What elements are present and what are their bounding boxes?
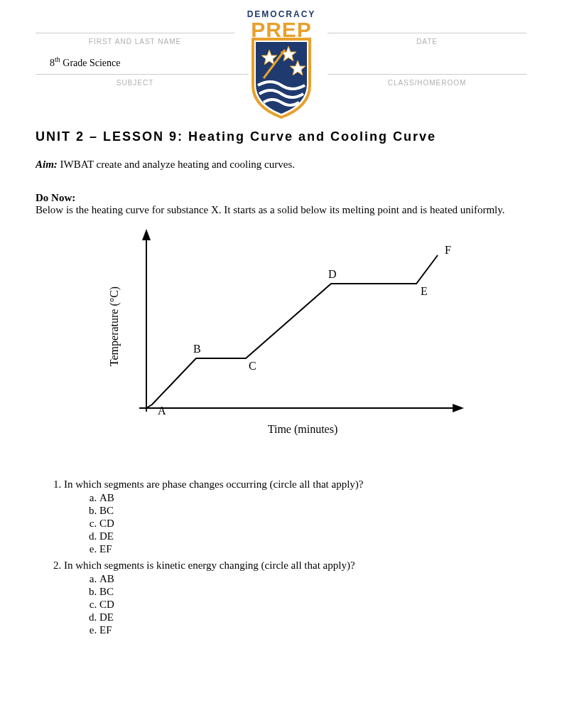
do-now-label: Do Now: bbox=[36, 192, 75, 203]
name-field[interactable] bbox=[36, 14, 234, 33]
question-text: In which segments is kinetic energy chan… bbox=[64, 560, 355, 571]
chart-point-label-E: E bbox=[421, 285, 428, 297]
aim-line: Aim: IWBAT create and analyze heating an… bbox=[36, 159, 526, 171]
heating-curve-line bbox=[146, 255, 438, 408]
homeroom-field[interactable] bbox=[328, 55, 526, 75]
lesson-title: UNIT 2 – LESSON 9: Heating Curve and Coo… bbox=[36, 129, 526, 144]
date-field[interactable] bbox=[328, 14, 526, 33]
heating-curve-chart: Temperature (°C) Time (minutes) ABCDEF bbox=[36, 227, 526, 443]
question-2-option-b[interactable]: BC bbox=[99, 586, 526, 598]
worksheet-header: FIRST AND LAST NAME DATE 8th Grade Scien… bbox=[36, 0, 526, 87]
question-text: In which segments are phase changes occu… bbox=[64, 478, 364, 490]
question-2-option-e[interactable]: EF bbox=[99, 624, 526, 636]
chart-point-label-D: D bbox=[328, 268, 337, 280]
question-1-option-b[interactable]: BC bbox=[99, 505, 526, 517]
chart-point-label-B: B bbox=[193, 343, 201, 355]
name-label: FIRST AND LAST NAME bbox=[36, 38, 234, 46]
chart-point-label-F: F bbox=[445, 244, 451, 256]
question-1-option-c[interactable]: CD bbox=[99, 518, 526, 530]
question-1: In which segments are phase changes occu… bbox=[64, 478, 526, 555]
question-2-option-d[interactable]: DE bbox=[99, 611, 526, 623]
aim-label: Aim: bbox=[36, 159, 58, 170]
question-1-option-d[interactable]: DE bbox=[99, 530, 526, 542]
date-label: DATE bbox=[328, 38, 526, 46]
homeroom-label: CLASS/HOMEROOM bbox=[328, 79, 526, 87]
chart-point-label-C: C bbox=[249, 360, 256, 372]
do-now-section: Do Now: Below is the heating curve for s… bbox=[36, 192, 526, 216]
x-axis-label: Time (minutes) bbox=[267, 423, 337, 436]
question-1-option-a[interactable]: AB bbox=[99, 492, 526, 504]
questions-section: In which segments are phase changes occu… bbox=[36, 478, 526, 636]
y-axis-label: Temperature (°C) bbox=[108, 287, 121, 366]
question-2-option-a[interactable]: AB bbox=[99, 573, 526, 585]
subject-field: 8th Grade Science bbox=[36, 55, 249, 75]
do-now-text: Below is the heating curve for substance… bbox=[36, 204, 505, 215]
aim-text: IWBAT create and analyze heating and coo… bbox=[58, 159, 295, 170]
question-2-option-c[interactable]: CD bbox=[99, 599, 526, 611]
subject-label: SUBJECT bbox=[36, 79, 234, 87]
chart-point-label-A: A bbox=[158, 405, 166, 417]
question-2: In which segments is kinetic energy chan… bbox=[64, 560, 526, 636]
question-1-option-e[interactable]: EF bbox=[99, 543, 526, 555]
